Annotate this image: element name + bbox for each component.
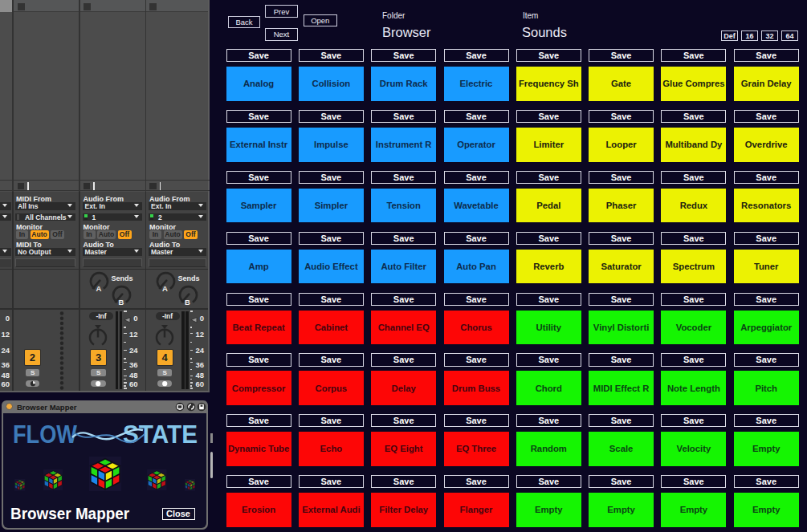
svg-text:STATE: STATE bbox=[123, 420, 198, 449]
svg-text:FLOW: FLOW bbox=[13, 420, 78, 449]
